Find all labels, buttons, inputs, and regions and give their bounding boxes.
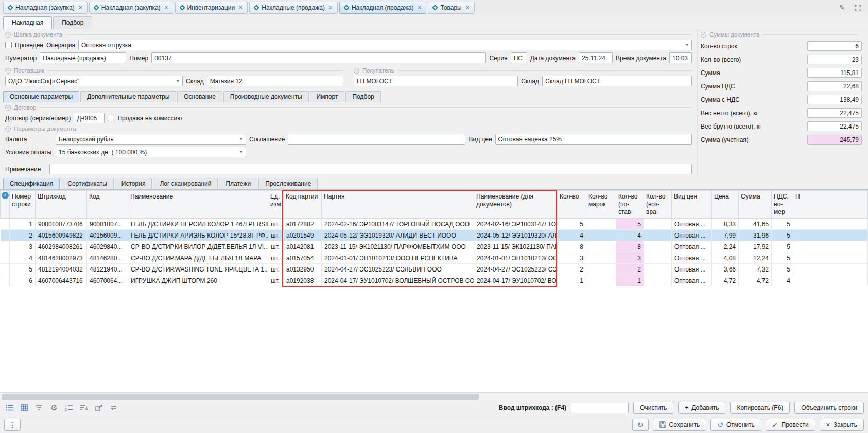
table-cell[interactable]: 4 — [10, 252, 36, 264]
table-cell[interactable]: 9000100773706 — [36, 219, 87, 230]
numerator-field[interactable] — [40, 52, 126, 63]
barcode-field[interactable] — [571, 403, 629, 413]
table-cell[interactable]: 8,33 — [712, 219, 739, 230]
table-cell[interactable] — [644, 252, 672, 264]
table-cell[interactable]: 2024-04-27/ ЭС1025223/ СЭЛЬВИН ООО — [474, 264, 558, 275]
table-cell[interactable]: a0157054 — [284, 252, 322, 264]
collapse-icon[interactable]: − — [701, 32, 706, 38]
table-cell[interactable]: Оптовая ... — [672, 275, 712, 286]
spec-tab[interactable]: Лог сканирований — [153, 178, 218, 189]
table-cell[interactable]: шт. — [268, 241, 284, 252]
table-cell[interactable] — [586, 264, 616, 275]
page-tab[interactable]: Накладная — [3, 16, 52, 29]
table-cell[interactable]: Оптовая ... — [672, 219, 712, 230]
table-cell[interactable]: 4 — [558, 230, 586, 241]
dogovor-input[interactable] — [77, 115, 103, 122]
table-cell[interactable]: 2024-04-27/ ЭС1025223/ СЭЛЬВИН ООО — [322, 264, 474, 275]
agreement-input[interactable] — [291, 136, 464, 143]
collapse-icon[interactable]: − — [5, 126, 11, 132]
table-cell[interactable]: 2024-04-17/ ЭУ1010702/ ВОЛШЕБНЫЙ ОСТРОВ … — [474, 275, 558, 286]
close-button[interactable]: ×Закрыть — [820, 419, 864, 431]
chevron-down-icon[interactable]: ▼ — [175, 79, 181, 83]
document-tab[interactable]: Товары× — [428, 2, 474, 14]
close-icon[interactable]: × — [165, 4, 168, 11]
table-cell[interactable]: a0201549 — [284, 230, 322, 241]
number-field[interactable] — [151, 52, 486, 63]
copy-button[interactable]: Копировать (F6) — [730, 402, 790, 414]
currency-field[interactable]: ▼ — [56, 134, 246, 145]
document-tab[interactable]: Накладная (закупка)× — [89, 2, 173, 14]
table-row[interactable]: 1900010077370690001007...ГЕЛЬ Д/СТИРКИ П… — [1, 219, 868, 230]
table-cell[interactable] — [793, 230, 868, 241]
numbered-list-icon[interactable]: 12 — [64, 403, 74, 413]
table-row[interactable]: 4481462800297348146280...СР-ВО Д/СТИР.МА… — [1, 252, 868, 264]
table-cell[interactable]: 2024-04-17/ ЭУ1010702/ ВОЛШЕБНЫЙ ОСТРОВ … — [322, 275, 474, 286]
table-cell[interactable] — [644, 230, 672, 241]
table-cell[interactable]: 5 — [10, 264, 36, 275]
param-tab[interactable]: Импорт — [310, 91, 345, 102]
time-field[interactable] — [669, 52, 692, 63]
param-tab[interactable]: Подбор — [345, 91, 380, 102]
table-cell[interactable]: 5 — [772, 230, 793, 241]
table-cell[interactable] — [793, 252, 868, 264]
table-cell[interactable]: 12,24 — [739, 252, 772, 264]
column-header[interactable]: Партия — [322, 191, 474, 219]
table-row[interactable]: 3460298400826146029840...СР-ВО Д/СТИРКИ … — [1, 241, 868, 252]
column-header[interactable]: Ед. изм. — [268, 191, 284, 219]
param-tab[interactable]: Основные параметры — [3, 91, 79, 102]
spec-tab[interactable]: Сертификаты — [61, 178, 114, 189]
edit-pencil-icon[interactable]: ✎ — [837, 3, 847, 13]
table-cell[interactable]: 40156009... — [87, 230, 128, 241]
column-header[interactable]: Код партии — [284, 191, 322, 219]
collapse-icon[interactable]: − — [5, 68, 11, 74]
view-list-icon[interactable] — [4, 403, 14, 413]
conduct-button[interactable]: ✓Провести — [766, 419, 815, 431]
collapse-icon[interactable]: − — [5, 105, 11, 111]
param-tab[interactable]: Производные документы — [223, 91, 309, 102]
table-cell[interactable]: 48121940... — [87, 264, 128, 275]
table-cell[interactable]: 8 — [616, 241, 644, 252]
column-header[interactable]: Кол-во — [558, 191, 586, 219]
note-field[interactable] — [49, 164, 692, 174]
close-icon[interactable]: × — [329, 4, 333, 11]
document-tab[interactable]: Накладная (закупка)× — [3, 2, 88, 14]
column-header[interactable]: Кол-во (воз-вра- — [644, 191, 672, 219]
agreement-field[interactable] — [288, 134, 465, 145]
grid-icon[interactable] — [19, 403, 29, 413]
chevron-down-icon[interactable]: ▼ — [684, 43, 690, 47]
table-cell[interactable]: 4,72 — [712, 275, 739, 286]
column-header[interactable]: Сумма — [739, 191, 772, 219]
table-cell[interactable]: 31,96 — [739, 230, 772, 241]
table-cell[interactable]: Оптовая ... — [672, 241, 712, 252]
buyer-name-input[interactable] — [357, 78, 516, 85]
table-cell[interactable]: ГЕЛЬ Д/СТИРКИ ПЕРСИЛ КОЛОР 1.46Л PERSIL — [128, 219, 268, 230]
table-cell[interactable]: 8 — [558, 241, 586, 252]
dogovor-field[interactable] — [74, 113, 105, 123]
column-header[interactable]: Код — [87, 191, 128, 219]
supplier-sklad-input[interactable] — [210, 78, 342, 85]
table-cell[interactable]: Оптовая ... — [672, 264, 712, 275]
table-cell[interactable]: 3 — [10, 241, 36, 252]
column-header[interactable]: Н — [793, 191, 868, 219]
table-cell[interactable]: 2024-01-01/ ЭН1010213/ ООО ПЕРСПЕКТИВА — [322, 252, 474, 264]
column-header[interactable]: Наименование — [128, 191, 268, 219]
table-cell[interactable]: 4 — [772, 275, 793, 286]
chevron-down-icon[interactable]: ▼ — [238, 137, 245, 141]
buyer-sklad-field[interactable] — [542, 76, 692, 86]
table-cell[interactable]: 48146280... — [87, 252, 128, 264]
price-type-input[interactable] — [498, 136, 690, 143]
buyer-sklad-input[interactable] — [545, 78, 690, 85]
payment-input[interactable] — [59, 149, 238, 156]
table-cell[interactable]: a0142081 — [284, 241, 322, 252]
table-cell[interactable]: a0172882 — [284, 219, 322, 230]
repeat-icon[interactable] — [109, 403, 119, 413]
table-cell[interactable]: 7,32 — [739, 264, 772, 275]
table-cell[interactable] — [586, 219, 616, 230]
table-cell[interactable]: СР-ВО Д/СТИР.WASHING TONE ЯРК.ЦВЕТА 1... — [128, 264, 268, 275]
table-row[interactable]: 2401560094982240156009...ГЕЛЬ Д/СТИРКИ А… — [1, 230, 868, 241]
table-cell[interactable]: 3,66 — [712, 264, 739, 275]
table-cell[interactable] — [793, 241, 868, 252]
chevron-down-icon[interactable]: ▼ — [238, 150, 245, 154]
table-cell[interactable] — [793, 264, 868, 275]
date-input[interactable] — [582, 55, 611, 62]
